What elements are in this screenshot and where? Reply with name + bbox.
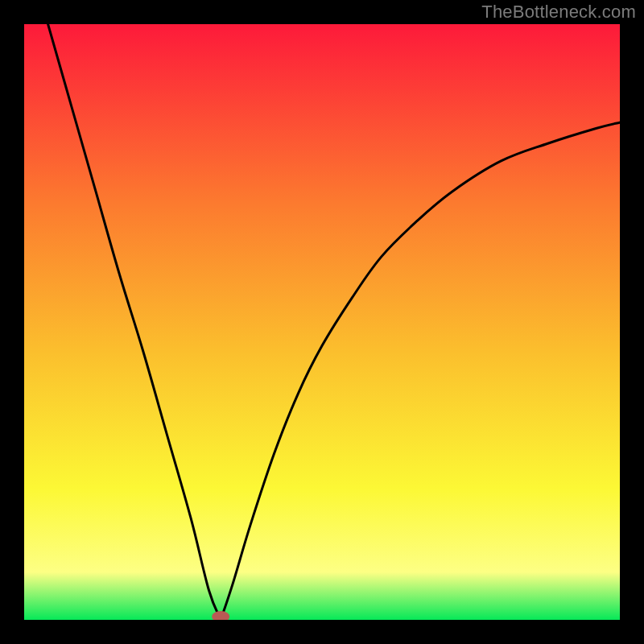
watermark-text: TheBottleneck.com <box>481 2 636 23</box>
gradient-background <box>24 24 620 620</box>
chart-frame: TheBottleneck.com <box>0 0 644 644</box>
bottleneck-chart <box>24 24 620 620</box>
